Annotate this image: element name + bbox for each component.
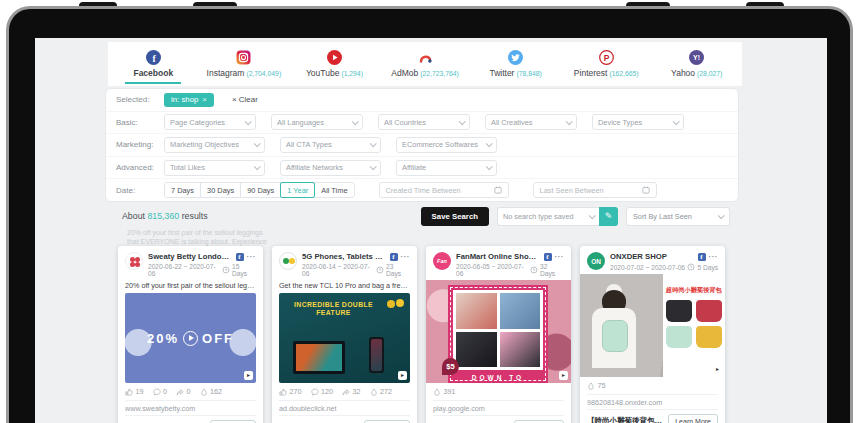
date-range-segmented: 7 Days 30 Days 90 Days 1 Year All Time (164, 182, 355, 198)
card-footer: £35 per month | £30 upfront | ... Shop N… (272, 416, 417, 423)
advertiser-avatar[interactable] (125, 252, 143, 270)
tab-yahoo[interactable]: Y! Yahoo(28,027) (651, 42, 742, 86)
more-menu-icon[interactable]: ··· (401, 254, 411, 260)
advertiser-name[interactable]: 5G Phones, Tablets & SIMs | ... (302, 252, 387, 261)
ad-card-fanmart[interactable]: Fan FanMart Online Shopping - F... f ···… (426, 246, 571, 423)
ad-creative-image[interactable]: 20% OFF ▸ (125, 293, 256, 383)
date-30-days[interactable]: 30 Days (200, 182, 241, 198)
sort-by-select[interactable]: Sort By Last Seen (626, 207, 730, 226)
filter-row-selected: Selected: in: shop× × Clear (106, 89, 738, 112)
ad-duration: 15 Days (232, 263, 256, 277)
facebook-icon: f (146, 50, 161, 65)
date-90-days[interactable]: 90 Days (240, 182, 281, 198)
ad-url[interactable]: ad.doubleclick.net (279, 400, 410, 416)
advertiser-avatar[interactable]: ON (587, 252, 605, 270)
countries-select[interactable]: All Countries (378, 114, 470, 130)
card-footer: Use code: POWER20 Shop Now (118, 416, 263, 423)
date-all-time[interactable]: All Time (314, 182, 354, 198)
more-menu-icon[interactable]: ··· (555, 254, 565, 260)
selected-label: Selected: (116, 95, 164, 104)
date-label: Date: (116, 186, 164, 195)
ad-creative-image[interactable]: INCREDIBLE DOUBLE FEATURE ▸ (279, 293, 410, 383)
results-count-text: About 815,360 results (122, 211, 208, 221)
device-types-select[interactable]: Device Types (592, 114, 684, 130)
tab-count: (28,027) (697, 70, 722, 77)
heat-icon (433, 388, 441, 396)
ad-card-sweaty-betty[interactable]: Sweaty Betty London | Wom... f ··· 2020-… (118, 246, 263, 423)
app-screen: f Facebook Instagram(2,704,049) YouTube(… (35, 38, 827, 423)
chip-close-icon[interactable]: × (202, 95, 207, 104)
marketing-objectives-select[interactable]: Marketing Objectives (164, 137, 265, 153)
ad-stats: 270 120 32 272 (272, 383, 417, 400)
tab-youtube[interactable]: YouTube(1,294) (289, 42, 380, 86)
page-categories-select[interactable]: Page Categories (164, 114, 256, 130)
last-seen-between-input[interactable]: Last Seen Between (533, 182, 657, 198)
cta-types-select[interactable]: All CTA Types (280, 137, 381, 153)
basic-label: Basic: (116, 118, 164, 127)
more-menu-icon[interactable]: ··· (709, 254, 719, 260)
advertiser-avatar[interactable] (279, 252, 297, 270)
facebook-badge-icon: f (544, 253, 552, 261)
selected-filter-chip[interactable]: in: shop× (164, 93, 214, 107)
backpack-graphic (602, 320, 628, 352)
ecommerce-softwares-select[interactable]: ECommerce Softwares (396, 137, 497, 153)
ad-duration: 5 Days (697, 264, 718, 271)
tab-twitter[interactable]: Twitter(78,848) (470, 42, 561, 86)
ad-card-onxder[interactable]: ON ONXDER SHOP f ··· 2020-07-02 ~ 2020-0… (580, 246, 725, 423)
date-7-days[interactable]: 7 Days (164, 182, 201, 198)
affiliate-networks-select[interactable]: Affiliate Networks (280, 160, 381, 176)
page: f Facebook Instagram(2,704,049) YouTube(… (0, 0, 860, 423)
clear-filters-button[interactable]: × Clear (232, 95, 258, 104)
facebook-badge-icon: f (236, 253, 244, 261)
edit-saved-search-button[interactable]: ✎ (599, 207, 618, 226)
chevron-down-icon (566, 118, 573, 125)
price-badge: $5 (442, 358, 459, 375)
ad-creative-image[interactable]: DOWN TO $5 ▸ (426, 280, 571, 383)
tab-facebook[interactable]: f Facebook (108, 42, 199, 86)
share-icon (176, 388, 184, 396)
chevron-down-icon (486, 141, 493, 148)
clock-icon (687, 263, 695, 271)
created-time-between-input[interactable]: Created Time Between (379, 182, 509, 198)
advertiser-name[interactable]: ONXDER SHOP (610, 252, 695, 261)
advertiser-name[interactable]: Sweaty Betty London | Wom... (148, 252, 233, 261)
save-search-button[interactable]: Save Search (421, 207, 489, 226)
ad-url[interactable]: play.google.com (433, 400, 564, 416)
languages-select[interactable]: All Languages (271, 114, 363, 130)
learn-more-button[interactable]: Learn More (668, 414, 718, 423)
tab-instagram[interactable]: Instagram(2,704,049) (199, 42, 290, 86)
svg-text:P: P (603, 53, 609, 63)
tab-count: (162,665) (609, 70, 638, 77)
ad-duration: 23 Days (386, 263, 410, 277)
affiliate-select[interactable]: Affiliate (396, 160, 497, 176)
tab-pinterest[interactable]: P Pinterest(162,665) (561, 42, 652, 86)
comment-icon (153, 388, 161, 396)
ad-text-tooltip: 20% off your first pair of the sellout l… (127, 229, 267, 246)
more-menu-icon[interactable]: ··· (247, 254, 257, 260)
card-header: Sweaty Betty London | Wom... f ··· 2020-… (118, 246, 263, 280)
creatives-select[interactable]: All Creatives (485, 114, 577, 130)
tab-label: AdMob (391, 68, 418, 78)
media-type-icon: ▸ (559, 371, 568, 380)
tab-label: Twitter (489, 68, 514, 78)
advertiser-name[interactable]: FanMart Online Shopping - F... (456, 252, 541, 261)
saved-search-select[interactable]: No search type saved (497, 207, 599, 226)
date-1-year[interactable]: 1 Year (280, 182, 315, 198)
product-panel: 超時尚小雛菊後背包 (663, 274, 725, 377)
media-type-icon: ▸ (244, 371, 253, 380)
calendar-icon (642, 186, 650, 194)
ad-creative-image[interactable]: 超時尚小雛菊後背包 ▸ (580, 274, 725, 377)
results-toolbar: About 815,360 results Save Search No sea… (122, 205, 730, 227)
ad-url[interactable]: 986208148.onxder.com (587, 394, 718, 410)
tab-count: (1,294) (341, 70, 363, 77)
advertiser-avatar[interactable]: Fan (433, 252, 451, 270)
creative-text: INCREDIBLE DOUBLE FEATURE (291, 301, 376, 317)
ad-card-ee-5g[interactable]: 5G Phones, Tablets & SIMs | ... f ··· 20… (272, 246, 417, 423)
ad-url[interactable]: www.sweatybetty.com (125, 400, 256, 416)
total-likes-select[interactable]: Total Likes (164, 160, 265, 176)
tab-label: Instagram (207, 68, 245, 78)
yahoo-icon: Y! (689, 50, 704, 65)
play-icon (183, 331, 198, 346)
tab-admob[interactable]: AdMob(22,723,764) (380, 42, 471, 86)
ad-text: 20% off your first pair of the sellout l… (118, 280, 263, 293)
